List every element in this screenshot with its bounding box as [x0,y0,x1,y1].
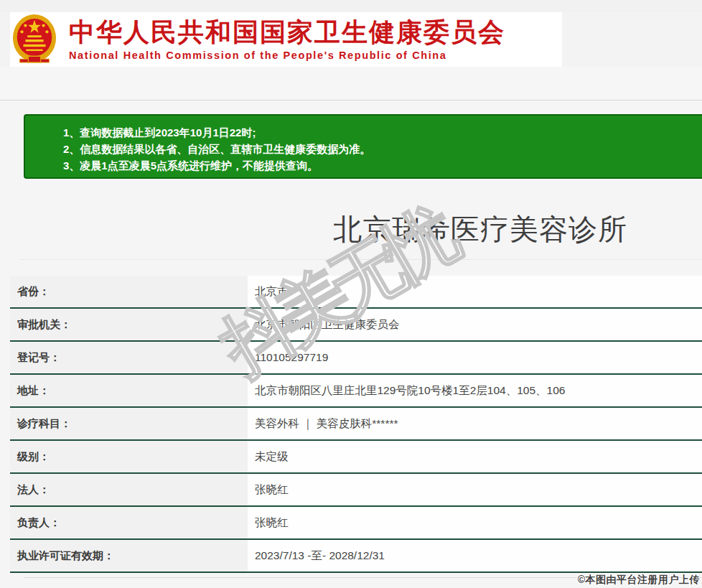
field-label: 负责人： [10,507,248,538]
table-row-person-in-charge: 负责人： 张晓红 [10,507,702,540]
field-value: 张晓红 [248,507,702,538]
table-row-registration-number: 登记号： 110105297719 [10,342,702,375]
table-row-license-validity: 执业许可证有效期： 2023/7/13 -至- 2028/12/31 [10,540,702,573]
field-label: 诊疗科目： [10,408,248,439]
upload-attribution-stamp: ©本图由平台注册用户上传 [578,574,700,587]
query-notice-box: 1、查询数据截止到2023年10月1日22时; 2、信息数据结果以各省、自治区、… [24,114,702,179]
table-row-legal-person: 法人： 张晓红 [10,474,702,507]
field-value: 北京市朝阳区卫生健康委员会 [248,309,702,340]
field-value: 北京市 [248,276,702,307]
field-label: 登记号： [10,342,248,373]
notice-line: 3、凌晨1点至凌晨5点系统进行维护，不能提供查询。 [63,157,702,174]
field-value: 北京市朝阳区八里庄北里129号院10号楼1至2层104、105、106 [248,375,702,406]
field-label: 级别： [10,441,248,472]
header: 中华人民共和国国家卫生健康委员会 National Health Commiss… [0,12,702,67]
site-title-english: National Health Commission of the People… [69,50,505,61]
field-label: 法人： [10,474,248,505]
health-commission-query-page: 中华人民共和国国家卫生健康委员会 National Health Commiss… [0,0,702,588]
title-divider [20,259,702,260]
field-value: 未定级 [248,441,702,472]
field-value: 美容外科 ｜ 美容皮肤科****** [248,408,702,439]
header-sub-band [0,67,702,101]
field-label: 省份： [10,276,248,307]
top-strip [0,0,702,12]
table-row-address: 地址： 北京市朝阳区八里庄北里129号院10号楼1至2层104、105、106 [10,375,702,408]
notice-line: 1、查询数据截止到2023年10月1日22时; [63,124,702,141]
field-label: 地址： [10,375,248,406]
china-national-emblem-icon [11,13,57,66]
field-value: 2023/7/13 -至- 2028/12/31 [248,540,702,571]
table-row-province: 省份： 北京市 [10,276,702,309]
main-content: 1、查询数据截止到2023年10月1日22时; 2、信息数据结果以各省、自治区、… [0,101,702,588]
header-banner: 中华人民共和国国家卫生健康委员会 National Health Commiss… [10,12,562,67]
field-value: 110105297719 [248,342,702,373]
header-titles: 中华人民共和国国家卫生健康委员会 National Health Commiss… [69,18,505,61]
table-row-level: 级别： 未定级 [10,441,702,474]
field-value: 张晓红 [248,474,702,505]
institution-name-title: 北京瑞希医疗美容诊所 [258,210,702,249]
site-title-chinese: 中华人民共和国国家卫生健康委员会 [69,18,505,47]
table-row-approval-authority: 审批机关： 北京市朝阳区卫生健康委员会 [10,309,702,342]
field-label: 审批机关： [10,309,248,340]
notice-line: 2、信息数据结果以各省、自治区、直辖市卫生健康委数据为准。 [63,141,702,157]
table-row-medical-subjects: 诊疗科目： 美容外科 ｜ 美容皮肤科****** [10,408,702,441]
field-label: 执业许可证有效期： [10,540,248,571]
institution-info-table: 省份： 北京市 审批机关： 北京市朝阳区卫生健康委员会 登记号： 1101052… [10,276,702,573]
